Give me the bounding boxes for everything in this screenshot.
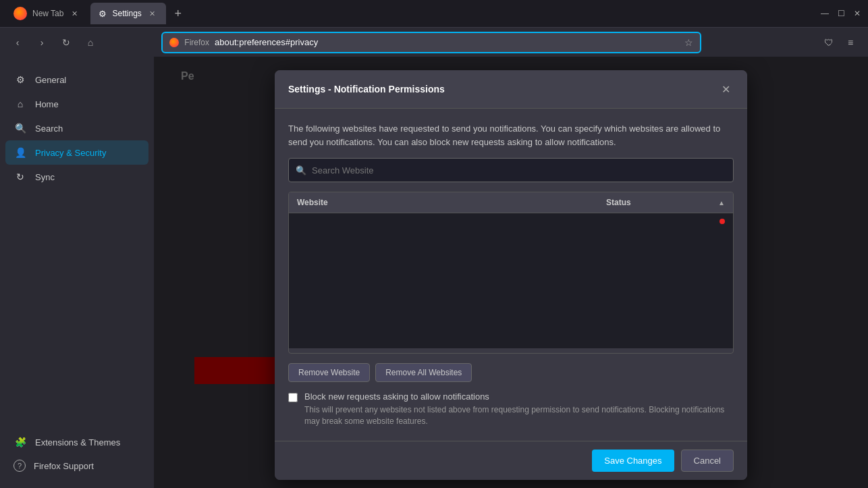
- sidebar-extensions-label: Extensions & Themes: [35, 437, 120, 448]
- cancel-button[interactable]: Cancel: [681, 450, 734, 472]
- website-column-header: Website: [289, 192, 598, 213]
- privacy-icon: 👤: [13, 146, 27, 159]
- sidebar-general-label: General: [35, 75, 66, 85]
- tab-bar: New Tab ✕ ⚙ Settings ✕ + — ☐ ✕: [0, 0, 868, 27]
- search-sidebar-icon: 🔍: [13, 121, 27, 135]
- main-content: ⚙ General ⌂ Home 🔍 Search 👤 Privacy & Se…: [0, 57, 868, 488]
- block-notifications-row: Block new requests asking to allow notif…: [288, 391, 734, 427]
- minimize-button[interactable]: —: [819, 8, 830, 19]
- dialog-close-button[interactable]: ✕: [717, 81, 734, 97]
- tab-close-settings[interactable]: ✕: [147, 8, 158, 19]
- menu-icon: ≡: [848, 37, 853, 48]
- close-button[interactable]: ✕: [852, 8, 863, 19]
- search-website-input[interactable]: [312, 165, 726, 175]
- table-body: [289, 213, 733, 348]
- tab-new-tab[interactable]: New Tab ✕: [5, 3, 88, 24]
- remove-buttons-row: Remove Website Remove All Websites: [288, 363, 734, 382]
- dialog-body: The following websites have requested to…: [275, 109, 747, 441]
- sidebar-privacy-label: Privacy & Security: [35, 148, 106, 158]
- remove-website-button[interactable]: Remove Website: [288, 363, 370, 382]
- search-website-field[interactable]: 🔍: [288, 158, 734, 182]
- sort-arrow-icon: ▲: [718, 199, 725, 207]
- bookmark-icon[interactable]: ☆: [684, 37, 693, 48]
- sidebar-support-label: Firefox Support: [34, 461, 94, 471]
- status-dot: [720, 219, 725, 224]
- firefox-address-logo: [169, 38, 179, 47]
- shield-icon: 🛡: [824, 37, 834, 48]
- general-icon: ⚙: [13, 73, 27, 86]
- tab-settings-label: Settings: [112, 9, 141, 18]
- tab-label: New Tab: [32, 9, 63, 18]
- tab-settings[interactable]: ⚙ Settings ✕: [90, 3, 165, 24]
- back-button[interactable]: ‹: [8, 33, 27, 52]
- sidebar-flex: ⚙ General ⌂ Home 🔍 Search 👤 Privacy & Se…: [5, 67, 148, 477]
- extensions-icon: 🧩: [13, 435, 27, 449]
- firefox-logo-icon: [13, 7, 27, 20]
- search-icon: 🔍: [296, 165, 306, 175]
- sidebar-item-search[interactable]: 🔍 Search: [5, 116, 148, 140]
- block-notifications-checkbox[interactable]: [288, 393, 298, 402]
- table-header: Website Status ▲: [289, 192, 733, 213]
- home-icon: ⌂: [88, 37, 93, 48]
- sidebar-home-label: Home: [35, 99, 59, 109]
- refresh-icon: ↻: [62, 37, 70, 48]
- sync-icon: ↻: [13, 170, 27, 184]
- dialog-footer: Save Changes Cancel: [275, 441, 747, 480]
- sidebar-item-extensions[interactable]: 🧩 Extensions & Themes: [5, 430, 148, 454]
- browser-name-label: Firefox: [184, 38, 209, 47]
- browser-chrome: New Tab ✕ ⚙ Settings ✕ + — ☐ ✕ ‹ › ↻ ⌂: [0, 0, 868, 57]
- checkbox-label-group: Block new requests asking to allow notif…: [304, 391, 734, 427]
- sidebar-item-general[interactable]: ⚙ General: [5, 67, 148, 92]
- sidebar-search-label: Search: [35, 124, 63, 134]
- forward-button[interactable]: ›: [32, 33, 51, 52]
- dialog-title: Settings - Notification Permissions: [288, 84, 445, 94]
- nav-right-controls: 🛡 ≡: [819, 33, 860, 52]
- maximize-button[interactable]: ☐: [836, 8, 846, 19]
- remove-all-websites-button[interactable]: Remove All Websites: [375, 363, 472, 382]
- save-changes-button[interactable]: Save Changes: [592, 450, 674, 472]
- nav-bar: ‹ › ↻ ⌂ Firefox ☆ 🛡 ≡: [0, 27, 868, 57]
- notification-permissions-dialog: Settings - Notification Permissions ✕ Th…: [275, 70, 747, 480]
- status-column-header[interactable]: Status ▲: [598, 192, 733, 213]
- tab-close-new-tab[interactable]: ✕: [69, 8, 80, 19]
- settings-tab-icon: ⚙: [99, 9, 107, 19]
- menu-button[interactable]: ≡: [841, 33, 860, 52]
- back-icon: ‹: [16, 37, 20, 48]
- dialog-description: The following websites have requested to…: [288, 122, 734, 148]
- home-button[interactable]: ⌂: [81, 33, 100, 52]
- home-sidebar-icon: ⌂: [13, 97, 27, 111]
- content-area: Pe Settings - Notification Permissions ✕…: [154, 57, 868, 488]
- support-icon: ?: [13, 460, 26, 472]
- new-tab-button[interactable]: +: [169, 4, 188, 23]
- forward-icon: ›: [40, 37, 44, 48]
- sidebar-item-home[interactable]: ⌂ Home: [5, 92, 148, 116]
- dialog-overlay: Settings - Notification Permissions ✕ Th…: [154, 57, 868, 488]
- shield-button[interactable]: 🛡: [819, 33, 838, 52]
- refresh-button[interactable]: ↻: [57, 33, 76, 52]
- websites-table: Website Status ▲: [288, 192, 734, 354]
- block-notifications-label[interactable]: Block new requests asking to allow notif…: [304, 391, 734, 402]
- sidebar-item-support[interactable]: ? Firefox Support: [5, 454, 148, 477]
- sidebar: ⚙ General ⌂ Home 🔍 Search 👤 Privacy & Se…: [0, 57, 154, 488]
- window-controls: — ☐ ✕: [819, 8, 863, 19]
- address-bar[interactable]: Firefox ☆: [161, 32, 701, 53]
- sidebar-item-privacy[interactable]: 👤 Privacy & Security: [5, 140, 148, 165]
- block-notifications-sublabel: This will prevent any websites not liste…: [304, 404, 734, 427]
- sidebar-item-sync[interactable]: ↻ Sync: [5, 165, 148, 189]
- dialog-header: Settings - Notification Permissions ✕: [275, 70, 747, 109]
- url-input[interactable]: [215, 37, 679, 47]
- sidebar-sync-label: Sync: [35, 172, 55, 182]
